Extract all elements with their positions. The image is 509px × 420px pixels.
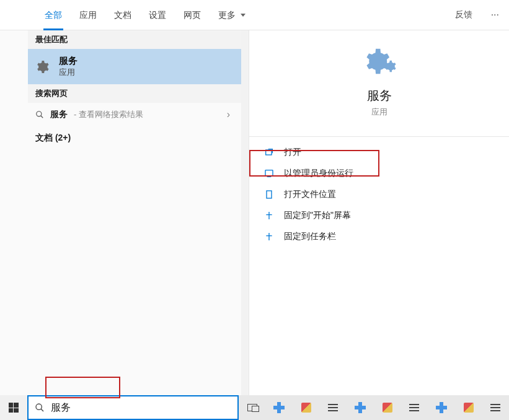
action-pin-taskbar-label: 固定到任务栏 — [284, 231, 336, 242]
lines-icon — [328, 404, 338, 411]
svg-point-5 — [36, 404, 42, 409]
preview-panel: 服务 应用 打开 以管理员身份运行 打开文件位置 固定到"开始"屏幕 — [249, 30, 509, 395]
app-icon — [383, 403, 392, 413]
action-admin-label: 以管理员身份运行 — [284, 168, 353, 179]
best-match-title: 服务 — [59, 55, 77, 67]
svg-rect-2 — [266, 150, 272, 155]
action-location-label: 打开文件位置 — [284, 189, 336, 200]
taskbar-search[interactable] — [27, 395, 239, 420]
action-open-location[interactable]: 打开文件位置 — [249, 184, 509, 205]
gear-icon — [35, 60, 49, 74]
pin-icon — [264, 211, 274, 221]
taskbar-app[interactable] — [320, 395, 347, 420]
preview-app-icon — [249, 48, 509, 75]
feedback-link[interactable]: 反馈 — [446, 9, 481, 20]
tab-all[interactable]: 全部 — [36, 0, 71, 30]
more-options-icon[interactable]: ··· — [481, 9, 509, 20]
web-search-result[interactable]: 服务 - 查看网络搜索结果 › — [28, 103, 241, 126]
lines-icon — [409, 404, 419, 411]
action-pin-taskbar[interactable]: 固定到任务栏 — [249, 226, 509, 247]
search-input[interactable] — [51, 402, 231, 413]
taskview-icon — [247, 404, 257, 411]
svg-rect-4 — [267, 191, 272, 198]
web-term: 服务 — [50, 109, 68, 120]
lines-icon — [490, 404, 500, 411]
taskbar-app[interactable] — [374, 395, 401, 420]
taskbar-app[interactable] — [428, 395, 455, 420]
tab-web[interactable]: 网页 — [175, 0, 210, 30]
app-icon — [464, 403, 474, 413]
task-view-button[interactable] — [239, 395, 266, 420]
plus-icon — [355, 402, 366, 413]
results-panel: 最佳匹配 服务 应用 搜索网页 服务 - 查看网络搜索结果 › 文档 (2+) — [0, 30, 241, 395]
best-match-header: 最佳匹配 — [28, 30, 241, 49]
best-match-result[interactable]: 服务 应用 — [28, 49, 241, 84]
action-open-label: 打开 — [284, 147, 301, 158]
taskbar — [0, 395, 509, 420]
pin-icon — [264, 232, 274, 242]
plus-icon — [436, 402, 447, 413]
action-open[interactable]: 打开 — [249, 142, 509, 163]
action-pin-start-label: 固定到"开始"屏幕 — [284, 210, 351, 221]
search-icon — [35, 403, 45, 413]
best-match-subtitle: 应用 — [59, 67, 77, 78]
taskbar-app[interactable] — [347, 395, 374, 420]
taskbar-app[interactable] — [482, 395, 509, 420]
svg-line-6 — [41, 409, 43, 411]
open-icon — [264, 147, 274, 157]
tab-more-label: 更多 — [218, 10, 236, 20]
svg-rect-3 — [265, 170, 273, 176]
best-match-text: 服务 应用 — [59, 55, 77, 78]
svg-point-0 — [37, 112, 42, 116]
preview-subtitle: 应用 — [249, 107, 509, 118]
tab-more[interactable]: 更多 — [210, 0, 254, 30]
chevron-down-icon — [241, 14, 246, 17]
divider — [249, 136, 509, 137]
svg-line-1 — [41, 116, 43, 118]
tab-apps[interactable]: 应用 — [71, 0, 105, 30]
preview-title: 服务 — [249, 87, 509, 104]
filter-tabs: 全部 应用 文档 设置 网页 更多 反馈 ··· — [0, 0, 509, 30]
search-icon — [35, 110, 44, 119]
app-icon — [301, 403, 311, 413]
taskbar-app[interactable] — [401, 395, 428, 420]
plus-icon — [273, 402, 285, 413]
web-suffix: - 查看网络搜索结果 — [74, 109, 143, 120]
gear-icon — [384, 60, 396, 72]
taskbar-app[interactable] — [455, 395, 482, 420]
taskbar-app[interactable] — [265, 395, 293, 420]
windows-icon — [9, 403, 19, 413]
tab-docs[interactable]: 文档 — [105, 0, 140, 30]
search-content: 最佳匹配 服务 应用 搜索网页 服务 - 查看网络搜索结果 › 文档 (2+) — [0, 30, 509, 395]
folder-icon — [264, 190, 274, 199]
action-run-admin[interactable]: 以管理员身份运行 — [249, 163, 509, 184]
search-web-header: 搜索网页 — [28, 84, 241, 103]
start-button[interactable] — [0, 395, 27, 420]
chevron-right-icon: › — [227, 109, 230, 120]
taskbar-app[interactable] — [293, 395, 320, 420]
documents-header[interactable]: 文档 (2+) — [28, 126, 241, 150]
admin-icon — [264, 168, 274, 178]
tab-settings[interactable]: 设置 — [140, 0, 175, 30]
action-pin-start[interactable]: 固定到"开始"屏幕 — [249, 205, 509, 226]
